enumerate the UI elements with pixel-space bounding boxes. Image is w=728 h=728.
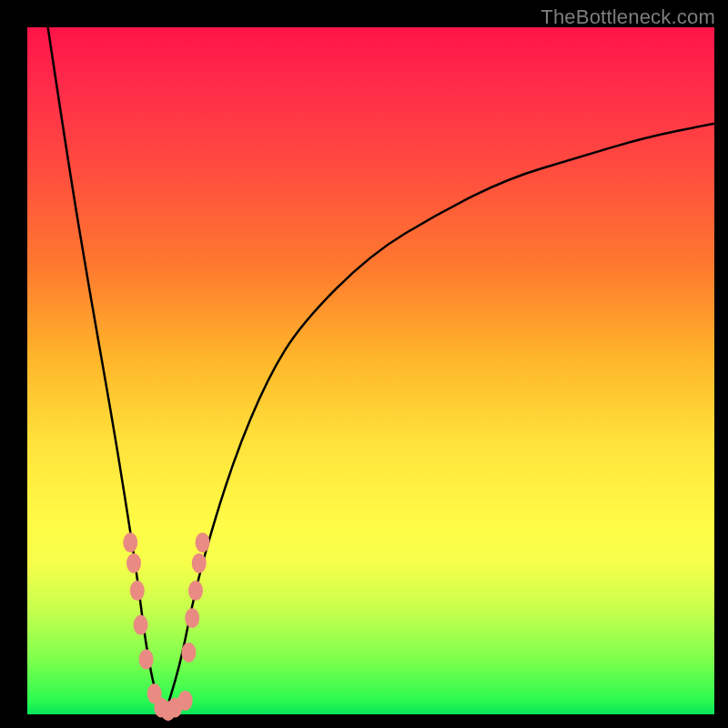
curve-layer bbox=[27, 27, 714, 714]
marker-point bbox=[123, 532, 137, 552]
marker-point bbox=[188, 581, 203, 601]
bottleneck-curve bbox=[48, 27, 714, 714]
marker-point bbox=[196, 532, 210, 552]
marker-point bbox=[181, 642, 196, 662]
curve-left-branch bbox=[48, 27, 165, 714]
marker-point bbox=[130, 581, 145, 601]
marker-point bbox=[134, 615, 148, 635]
marker-cluster bbox=[123, 532, 209, 721]
marker-point bbox=[185, 608, 199, 628]
plot-area bbox=[27, 27, 714, 714]
marker-point bbox=[192, 553, 207, 573]
marker-point bbox=[126, 553, 141, 573]
marker-point bbox=[178, 691, 193, 711]
chart-frame: TheBottleneck.com bbox=[0, 0, 728, 728]
watermark-text: TheBottleneck.com bbox=[541, 5, 715, 29]
marker-point bbox=[139, 650, 154, 670]
curve-right-branch bbox=[165, 124, 714, 714]
